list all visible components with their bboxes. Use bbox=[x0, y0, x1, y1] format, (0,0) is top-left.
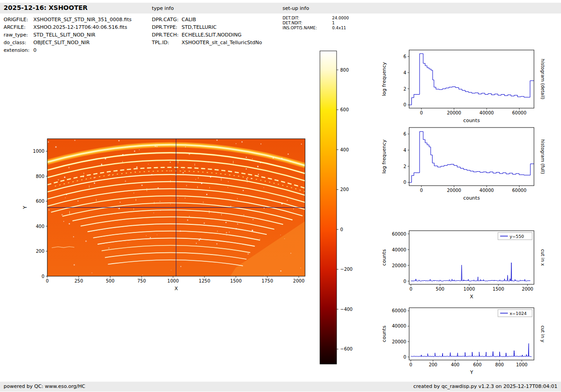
meta-label: TPL.ID: bbox=[152, 39, 182, 46]
metadata-row: raw_type:STD_TELL_SLIT_NOD_NIR bbox=[4, 31, 132, 39]
histogram-detail-plot: 02000040000600000246countslog frequencyh… bbox=[379, 46, 555, 130]
svg-text:cut in y: cut in y bbox=[540, 325, 545, 342]
svg-text:1250: 1250 bbox=[199, 278, 210, 283]
svg-text:0: 0 bbox=[403, 355, 406, 360]
svg-text:1750: 1750 bbox=[262, 278, 273, 283]
svg-text:400: 400 bbox=[451, 362, 460, 367]
meta-value: 24.0000 bbox=[332, 16, 349, 21]
type-info-heading: type info bbox=[152, 5, 174, 11]
meta-value: XSHOOTER_SLT_STD_NIR_351_0008.fits bbox=[33, 16, 132, 23]
metadata-row: DPR.TYPE:STD,TELLURIC bbox=[152, 23, 262, 31]
meta-value: STD_TELL_SLIT_NOD_NIR bbox=[33, 31, 96, 39]
svg-text:1000: 1000 bbox=[516, 362, 527, 367]
svg-text:y=550: y=550 bbox=[510, 234, 524, 239]
metadata-row: DPR.TECH:ECHELLE,SLIT,NODDING bbox=[152, 31, 262, 39]
svg-text:2000: 2000 bbox=[293, 278, 304, 283]
svg-text:60000: 60000 bbox=[392, 232, 406, 237]
meta-value: CALIB bbox=[182, 16, 196, 23]
svg-text:20000: 20000 bbox=[447, 188, 461, 193]
svg-text:2000: 2000 bbox=[522, 287, 533, 292]
svg-text:40000: 40000 bbox=[479, 110, 494, 115]
meta-label: ORIGFILE: bbox=[4, 16, 33, 23]
svg-text:750: 750 bbox=[137, 278, 146, 283]
svg-text:0: 0 bbox=[41, 274, 44, 279]
svg-text:6: 6 bbox=[403, 132, 406, 137]
meta-value: OBJECT_SLIT_NOD_NIR bbox=[33, 39, 90, 46]
type-info-block: DPR.CATG:CALIBDPR.TYPE:STD,TELLURICDPR.T… bbox=[152, 16, 262, 46]
svg-text:0: 0 bbox=[420, 110, 423, 115]
svg-text:250: 250 bbox=[74, 278, 83, 283]
svg-text:600: 600 bbox=[473, 362, 482, 367]
svg-text:40000: 40000 bbox=[392, 324, 406, 328]
metadata-row: do_class:OBJECT_SLIT_NOD_NIR bbox=[4, 39, 132, 46]
meta-label: DPR.TECH: bbox=[152, 31, 182, 39]
meta-value: 1 bbox=[332, 21, 335, 26]
histogram-full-plot: 02000040000600000246countslog frequencyh… bbox=[379, 123, 555, 207]
svg-text:800: 800 bbox=[495, 362, 504, 367]
meta-value: STD,TELLURIC bbox=[182, 23, 217, 31]
metadata-row: extension:0 bbox=[4, 46, 132, 54]
footer-left-text: powered by QC: www.eso.org/HC bbox=[4, 383, 85, 389]
svg-text:log frequency: log frequency bbox=[381, 139, 387, 173]
svg-text:0: 0 bbox=[410, 362, 412, 367]
svg-text:600: 600 bbox=[340, 107, 349, 112]
header-bar: 2025-12-16: XSHOOTER type info set-up in… bbox=[0, 3, 561, 14]
svg-text:1000: 1000 bbox=[464, 287, 475, 292]
cut-in-x-plot: 05001000150020000200004000060000Xcountsc… bbox=[379, 226, 555, 306]
meta-value: ECHELLE,SLIT,NODDING bbox=[182, 31, 242, 39]
svg-text:X: X bbox=[470, 294, 474, 300]
svg-text:1500: 1500 bbox=[493, 287, 504, 292]
svg-text:cut in x: cut in x bbox=[540, 249, 545, 266]
svg-text:0: 0 bbox=[420, 188, 423, 193]
colorbar: 8006004002000−200−400−600 bbox=[319, 46, 362, 370]
meta-label: ARCFILE: bbox=[4, 23, 33, 31]
metadata-row: INS.OPTI5.NAME:0.4x11 bbox=[283, 26, 349, 31]
svg-text:20000: 20000 bbox=[392, 263, 406, 268]
qc-report-page: 2025-12-16: XSHOOTER type info set-up in… bbox=[0, 0, 561, 392]
svg-text:500: 500 bbox=[436, 287, 444, 292]
svg-text:Y: Y bbox=[22, 206, 28, 210]
meta-label: DPR.CATG: bbox=[152, 16, 182, 23]
footer-right-text: created by qc_rawdisp.py v1.2.3 on 2025-… bbox=[413, 383, 557, 389]
meta-value: 0 bbox=[33, 46, 36, 54]
svg-text:counts: counts bbox=[463, 195, 480, 201]
svg-text:60000: 60000 bbox=[512, 110, 527, 115]
setup-info-block: DET.DIT:24.0000DET.NDIT:1INS.OPTI5.NAME:… bbox=[283, 16, 349, 31]
svg-text:500: 500 bbox=[106, 278, 114, 283]
metadata-row: DET.DIT:24.0000 bbox=[283, 16, 349, 21]
meta-label: INS.OPTI5.NAME: bbox=[283, 26, 332, 31]
svg-text:1000: 1000 bbox=[33, 149, 44, 154]
svg-text:x=1024: x=1024 bbox=[510, 311, 527, 316]
svg-text:6: 6 bbox=[403, 54, 406, 59]
svg-text:600: 600 bbox=[36, 199, 44, 204]
meta-label: do_class: bbox=[4, 39, 33, 46]
metadata-row: ARCFILE:XSHOO.2025-12-17T06:40:06.516.fi… bbox=[4, 23, 132, 31]
meta-label: extension: bbox=[4, 46, 33, 54]
svg-text:−600: −600 bbox=[340, 346, 352, 351]
svg-text:40000: 40000 bbox=[479, 188, 494, 193]
svg-text:histogram (detail): histogram (detail) bbox=[540, 59, 545, 100]
meta-value: XSHOO.2025-12-17T06:40:06.516.fits bbox=[33, 23, 127, 31]
svg-text:log frequency: log frequency bbox=[381, 62, 387, 96]
svg-text:40000: 40000 bbox=[392, 247, 406, 252]
svg-text:400: 400 bbox=[340, 147, 349, 152]
svg-text:200: 200 bbox=[340, 187, 349, 192]
svg-text:Y: Y bbox=[470, 369, 473, 375]
svg-text:200: 200 bbox=[36, 249, 44, 254]
svg-text:0: 0 bbox=[403, 180, 406, 185]
svg-text:20000: 20000 bbox=[447, 110, 461, 115]
svg-text:1500: 1500 bbox=[230, 278, 242, 283]
metadata-row: TPL.ID:XSHOOTER_slt_cal_TelluricStdNo bbox=[152, 39, 262, 46]
svg-text:−200: −200 bbox=[340, 267, 352, 272]
svg-text:0: 0 bbox=[410, 287, 412, 292]
svg-text:60000: 60000 bbox=[512, 188, 527, 193]
svg-text:2: 2 bbox=[403, 164, 406, 169]
svg-text:800: 800 bbox=[36, 174, 44, 179]
meta-label: raw_type: bbox=[4, 31, 33, 39]
metadata-row: DPR.CATG:CALIB bbox=[152, 16, 262, 23]
setup-info-heading: set-up info bbox=[283, 5, 309, 11]
page-title: 2025-12-16: XSHOOTER bbox=[4, 4, 87, 11]
svg-text:800: 800 bbox=[340, 68, 349, 73]
svg-text:20000: 20000 bbox=[392, 339, 406, 344]
svg-text:1000: 1000 bbox=[167, 278, 178, 283]
